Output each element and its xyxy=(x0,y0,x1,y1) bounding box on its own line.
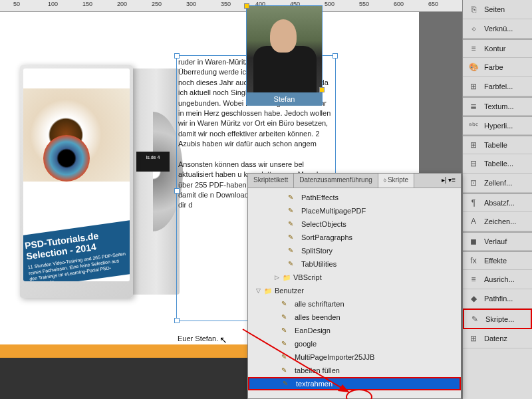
panel-label: Tabelle... xyxy=(484,160,513,168)
tree-label: SplitStory xyxy=(301,247,332,255)
tree-folder[interactable]: ▽Benutzer xyxy=(248,284,461,297)
panel-label: Datenz xyxy=(484,334,507,342)
panel-icon: ◼ xyxy=(468,236,479,247)
panel-item-seiten[interactable]: ⎘Seiten xyxy=(463,0,532,19)
tree-script-item[interactable]: SplitStory xyxy=(248,244,461,257)
tree-script-item[interactable]: TabUtilities xyxy=(248,257,461,271)
tree-script-item[interactable]: google xyxy=(248,337,461,350)
script-icon xyxy=(288,207,299,215)
tree-script-item[interactable]: PathEffects xyxy=(248,191,461,204)
tab-datenzusammenfuehrung[interactable]: Datenzusammenführung xyxy=(294,174,378,188)
expand-icon[interactable]: ▽ xyxy=(256,287,264,294)
panel-label: Hyperli... xyxy=(484,122,513,130)
script-icon xyxy=(281,300,292,308)
panel-item-hyperli[interactable]: ᵃᵇᶜHyperli... xyxy=(463,116,532,135)
script-icon xyxy=(283,380,293,388)
panel-icon: ⎘ xyxy=(468,4,479,15)
photo-caption: Stefan xyxy=(247,92,322,106)
tree-script-item[interactable]: SelectObjects xyxy=(248,217,461,231)
horizontal-ruler: 50100150200250300350400450500550600650 xyxy=(0,0,462,12)
tree-script-item[interactable]: textrahmen xyxy=(248,377,461,390)
panel-icon: ᵃᵇᶜ xyxy=(468,120,479,131)
scripts-tree[interactable]: PathEffectsPlaceMultipagePDFSelectObject… xyxy=(248,188,461,397)
tab-skripte[interactable]: Skripte xyxy=(378,174,414,188)
tree-label: PathEffects xyxy=(301,194,338,201)
selection-handle[interactable] xyxy=(332,53,338,59)
panel-icon: ¶ xyxy=(468,198,479,208)
panel-label: Absatzf... xyxy=(484,199,515,207)
panel-item-farbe[interactable]: 🎨Farbe xyxy=(463,58,532,77)
cursor-icon: ↖ xyxy=(219,334,227,345)
selection-handle[interactable] xyxy=(174,318,180,323)
tree-script-item[interactable]: alle schriftarten xyxy=(248,297,461,311)
panel-icon: ≡ xyxy=(468,43,479,54)
tree-label: VBScript xyxy=(293,273,322,281)
selection-handle[interactable] xyxy=(174,53,180,59)
panel-item-datenz[interactable]: ⊞Datenz xyxy=(463,329,532,348)
panel-item-zellenf[interactable]: ⊡Zellenf... xyxy=(463,174,532,193)
tree-label: Benutzer xyxy=(275,287,304,295)
panel-item-tabelle[interactable]: ⊞Tabelle xyxy=(463,135,532,154)
folder-icon xyxy=(283,273,293,281)
tree-script-item[interactable]: tabellen füllen xyxy=(248,364,461,377)
expand-icon[interactable]: ▷ xyxy=(275,274,283,281)
script-icon xyxy=(281,313,292,321)
script-icon xyxy=(288,233,299,241)
panel-label: Verknü... xyxy=(484,25,513,33)
panel-label: Textum... xyxy=(484,102,514,110)
panel-item-textum[interactable]: ≣Textum... xyxy=(463,96,532,116)
panel-icon: ⊟ xyxy=(468,158,479,169)
tree-label: textrahmen xyxy=(296,380,332,388)
tab-skriptetikett[interactable]: Skriptetikett xyxy=(248,174,294,188)
panel-item-absatzf[interactable]: ¶Absatzf... xyxy=(463,193,532,212)
panel-label: Ausrich... xyxy=(484,275,515,283)
tree-folder[interactable]: ▷VBScript xyxy=(248,271,461,284)
panel-label: Farbe xyxy=(484,63,503,71)
tree-script-item[interactable]: MultiPageImporter25JJB xyxy=(248,350,461,364)
panel-menu-icon[interactable]: ▸| ▾≡ xyxy=(436,174,461,188)
tree-script-item[interactable]: SortParagraphs xyxy=(248,231,461,244)
script-icon xyxy=(281,366,292,374)
tree-label: SelectObjects xyxy=(301,220,346,228)
disc-label: ls.de 4 xyxy=(136,152,170,172)
scripts-panel-tabs: Skriptetikett Datenzusammenführung Skrip… xyxy=(248,174,461,188)
tree-script-item[interactable]: alles beenden xyxy=(248,311,461,324)
panel-icon: ≡ xyxy=(468,274,479,285)
panel-item-pathfin[interactable]: ◆Pathfin... xyxy=(463,289,532,309)
tree-label: TabUtilities xyxy=(301,260,336,268)
panel-icon: fx xyxy=(468,255,479,266)
tree-label: alle schriftarten xyxy=(295,300,344,308)
script-icon xyxy=(281,340,292,348)
panel-icon: 🎨 xyxy=(468,62,479,72)
script-icon xyxy=(281,353,292,361)
anchor-handle[interactable] xyxy=(244,3,249,9)
photo-frame[interactable]: Stefan xyxy=(246,5,323,105)
script-icon xyxy=(288,220,299,228)
panel-item-effekte[interactable]: fxEffekte xyxy=(463,251,532,270)
script-icon xyxy=(288,247,299,255)
script-icon xyxy=(281,327,292,334)
tree-label: google xyxy=(295,340,317,348)
panel-label: Kontur xyxy=(484,45,505,53)
panels-dock: ⎘Seiten⟐Verknü...≡Kontur🎨Farbe⊞Farbfel..… xyxy=(462,0,532,399)
selection-handle[interactable] xyxy=(174,188,180,194)
tree-label: tabellen füllen xyxy=(295,366,340,374)
tree-label: EanDesign xyxy=(295,327,331,334)
panel-item-verkn[interactable]: ⟐Verknü... xyxy=(463,19,532,39)
tree-script-item[interactable]: PlaceMultipagePDF xyxy=(248,204,461,217)
panel-icon: ⊞ xyxy=(468,81,479,92)
tree-script-item[interactable]: EanDesign xyxy=(248,324,461,337)
panel-item-kontur[interactable]: ≡Kontur xyxy=(463,39,532,58)
panel-item-farbfel[interactable]: ⊞Farbfel... xyxy=(463,77,532,96)
folder-icon xyxy=(264,287,275,295)
panel-item-ausrich[interactable]: ≡Ausrich... xyxy=(463,270,532,289)
panel-label: Seiten xyxy=(484,5,505,13)
panel-item-verlauf[interactable]: ◼Verlauf xyxy=(463,231,532,251)
panel-item-skripte[interactable]: ✎Skripte... xyxy=(463,309,532,329)
panel-item-zeichen[interactable]: AZeichen... xyxy=(463,212,532,231)
script-icon xyxy=(288,194,299,201)
panel-icon: ⊡ xyxy=(468,178,479,188)
anchor-handle[interactable] xyxy=(319,87,325,92)
panel-item-tabelle[interactable]: ⊟Tabelle... xyxy=(463,154,532,174)
scripts-panel[interactable]: Skriptetikett Datenzusammenführung Skrip… xyxy=(247,173,462,399)
